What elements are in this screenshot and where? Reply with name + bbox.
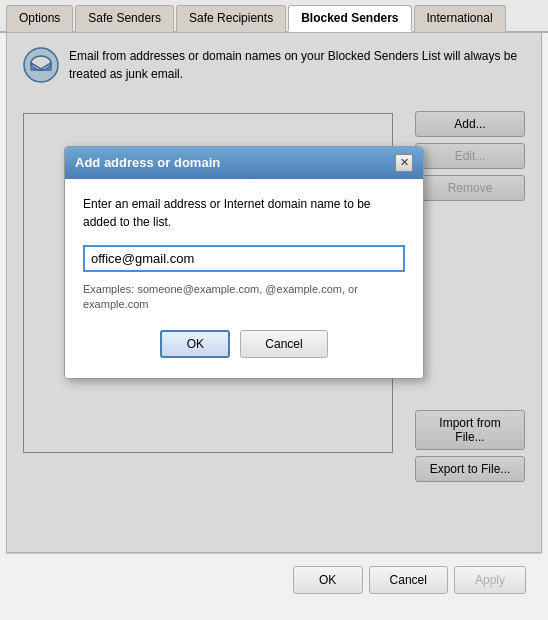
cancel-button[interactable]: Cancel	[369, 566, 448, 594]
footer: OK Cancel Apply	[6, 553, 542, 605]
modal-overlay: Add address or domain ✕ Enter an email a…	[7, 33, 541, 552]
dialog-close-button[interactable]: ✕	[395, 154, 413, 172]
dialog-footer: OK Cancel	[83, 330, 405, 362]
dialog-examples: Examples: someone@example.com, @example.…	[83, 282, 405, 313]
add-address-dialog: Add address or domain ✕ Enter an email a…	[64, 146, 424, 380]
dialog-ok-button[interactable]: OK	[160, 330, 230, 358]
tab-safe-senders[interactable]: Safe Senders	[75, 5, 174, 32]
dialog-title: Add address or domain	[75, 155, 220, 170]
dialog-description: Enter an email address or Internet domai…	[83, 195, 405, 231]
tab-blocked-senders[interactable]: Blocked Senders	[288, 5, 411, 32]
tab-bar: Options Safe Senders Safe Recipients Blo…	[0, 0, 548, 33]
apply-button[interactable]: Apply	[454, 566, 526, 594]
main-panel: Email from addresses or domain names on …	[6, 33, 542, 553]
tab-safe-recipients[interactable]: Safe Recipients	[176, 5, 286, 32]
tab-international[interactable]: International	[414, 5, 506, 32]
address-input[interactable]	[83, 245, 405, 272]
ok-button[interactable]: OK	[293, 566, 363, 594]
dialog-cancel-button[interactable]: Cancel	[240, 330, 327, 358]
dialog-body: Enter an email address or Internet domai…	[65, 179, 423, 379]
dialog-titlebar: Add address or domain ✕	[65, 147, 423, 179]
tab-options[interactable]: Options	[6, 5, 73, 32]
